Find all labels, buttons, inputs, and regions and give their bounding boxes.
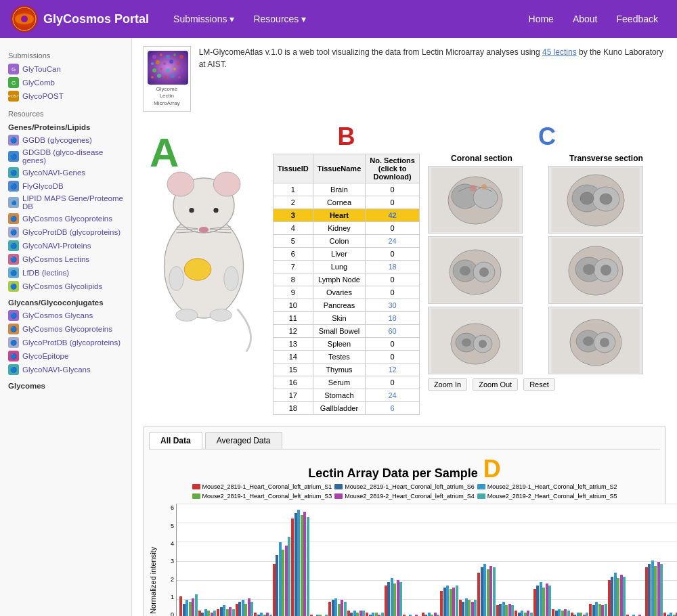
bar-group[interactable] <box>254 613 272 616</box>
tissue-name-cell: Lung <box>313 261 366 273</box>
ggdb-icon: 🔵 <box>8 135 19 146</box>
submissions-menu[interactable]: Submissions ▾ <box>165 8 242 30</box>
bar <box>608 580 611 616</box>
bar-group[interactable] <box>366 613 384 616</box>
home-link[interactable]: Home <box>521 8 562 30</box>
sidebar-item-flyglycodb[interactable]: 🔵 FlyGlycoDB <box>5 179 126 193</box>
resources-menu[interactable]: Resources ▾ <box>245 8 314 30</box>
tissue-sections-cell[interactable]: 12 <box>366 364 420 376</box>
bar <box>434 613 437 616</box>
coronal-header: Coronal section <box>451 154 512 163</box>
lipid-maps-icon: 🔵 <box>8 197 19 208</box>
sidebar-item-gdgdb[interactable]: 🔵 GDGDB (glyco-disease genes) <box>5 147 126 166</box>
bar-group[interactable] <box>198 609 217 616</box>
bar-group[interactable] <box>477 564 496 616</box>
tissue-sections-cell: 0 <box>366 338 420 351</box>
tissue-name-cell: Liver <box>313 248 366 261</box>
svg-point-9 <box>151 62 154 65</box>
chart-section: All Data Averaged Data Lectin Array Data… <box>143 426 666 616</box>
bar-group[interactable] <box>236 598 254 616</box>
svg-point-40 <box>169 267 184 291</box>
tissue-sections-cell[interactable]: 24 <box>366 389 420 402</box>
bar <box>276 555 278 616</box>
bar <box>465 598 468 616</box>
bar <box>533 589 536 616</box>
bar-group[interactable] <box>515 611 533 616</box>
tissue-name-cell: Skin <box>313 312 366 325</box>
svg-point-65 <box>600 265 611 276</box>
table-row: 10Pancreas30 <box>274 299 420 312</box>
svg-point-37 <box>176 309 198 322</box>
bar-group[interactable] <box>645 560 663 616</box>
bar-group[interactable] <box>179 594 198 616</box>
tissue-sections-cell[interactable]: 6 <box>366 402 420 415</box>
bar-group[interactable] <box>571 613 589 616</box>
svg-point-21 <box>165 76 167 79</box>
bar <box>372 613 374 616</box>
tissue-sections-cell[interactable]: 60 <box>366 325 420 338</box>
tissue-sections-cell[interactable]: 42 <box>366 209 420 222</box>
tissue-sections-cell[interactable]: 24 <box>366 235 420 248</box>
sidebar-item-lipid-maps[interactable]: 🔵 LIPID MAPS Gene/Proteome DB <box>5 193 126 212</box>
bar-group[interactable] <box>291 510 309 616</box>
about-link[interactable]: About <box>565 8 606 30</box>
bar-group[interactable] <box>440 586 458 616</box>
heart-coronal-mid[interactable] <box>428 236 523 304</box>
tab-averaged-data[interactable]: Averaged Data <box>205 432 282 449</box>
bar-group[interactable] <box>533 582 552 616</box>
bar-group[interactable] <box>663 613 677 616</box>
tissue-name-cell: Spleen <box>313 338 366 351</box>
sidebar-item-glycosmos-glycoproteins2[interactable]: 🔵 GlyCosmos Glycoproteins <box>5 322 126 336</box>
zoom-in-button[interactable]: Zoom In <box>428 378 467 391</box>
heart-coronal-bottom[interactable] <box>428 307 523 374</box>
bar-group[interactable] <box>328 598 347 616</box>
sidebar-item-glyconavi-proteins[interactable]: 🔵 GlycoNAVI-Proteins <box>5 239 126 252</box>
sidebar-item-glycoprotdb2[interactable]: 🔵 GlycoProtDB (glycoproteins) <box>5 336 126 349</box>
bar-group[interactable] <box>347 611 366 616</box>
bar-group[interactable] <box>217 605 235 616</box>
sidebar-item-glycosmos-glycolipids[interactable]: 🔵 GlyCosmos Glycolipids <box>5 280 126 293</box>
col-sections: No. Sections(click toDownload) <box>366 154 420 183</box>
sidebar-item-glyconavi-glycans[interactable]: 🔵 GlycoNAVI-Glycans <box>5 363 126 376</box>
reset-button[interactable]: Reset <box>523 378 555 391</box>
sidebar-item-glycopost[interactable]: POST GlycoPOST <box>5 89 126 103</box>
heart-transverse-mid[interactable] <box>548 236 643 304</box>
heart-transverse-bottom[interactable] <box>548 307 643 374</box>
sidebar-item-glyconavi-genes[interactable]: 🔵 GlycoNAVI-Genes <box>5 166 126 179</box>
legend-item: Mouse2_2819-2_Heart_Coronal_left_atrium_… <box>477 493 617 500</box>
lfdb-icon: 🔵 <box>8 267 19 278</box>
zoom-out-button[interactable]: Zoom Out <box>473 378 518 391</box>
tissue-sections-cell[interactable]: 18 <box>366 261 420 273</box>
sidebar-item-glytoucan[interactable]: G GlyTouCan <box>5 62 126 76</box>
tab-all-data[interactable]: All Data <box>149 432 202 449</box>
bar-group[interactable] <box>422 613 440 616</box>
bar <box>450 589 452 616</box>
tissue-id-cell: 6 <box>274 248 313 261</box>
sidebar-item-glycoepitope[interactable]: 🔵 GlycoEpitope <box>5 349 126 363</box>
svg-point-18 <box>179 68 183 72</box>
feedback-link[interactable]: Feedback <box>609 8 666 30</box>
heart-transverse-top[interactable] <box>548 166 643 234</box>
lectins-link[interactable]: 45 lectins <box>542 47 577 57</box>
sidebar-item-glycosmos-glycans[interactable]: 🔵 GlyCosmos Glycans <box>5 309 126 322</box>
svg-point-38 <box>210 309 232 322</box>
bar-group[interactable] <box>552 609 570 616</box>
bar-group[interactable] <box>385 578 403 616</box>
tissue-sections-cell: 0 <box>366 196 420 209</box>
bar-group[interactable] <box>589 602 607 616</box>
table-row: 3Heart42 <box>274 209 420 222</box>
bar-group[interactable] <box>459 598 477 616</box>
heart-coronal-top[interactable] <box>428 166 523 234</box>
tissue-sections-cell[interactable]: 30 <box>366 299 420 312</box>
sidebar-item-lfdb[interactable]: 🔵 LfDB (lectins) <box>5 266 126 280</box>
sidebar-item-glycomb[interactable]: G GlyComb <box>5 76 126 89</box>
sidebar-item-ggdb[interactable]: 🔵 GGDB (glycogenes) <box>5 133 126 147</box>
bar-group[interactable] <box>496 602 515 616</box>
bar <box>248 598 250 616</box>
sidebar-item-glycoprotdb[interactable]: 🔵 GlycoProtDB (glycoproteins) <box>5 225 126 239</box>
sidebar-item-glycosmos-glycoproteins[interactable]: 🔵 GlyCosmos Glycoproteins <box>5 212 126 225</box>
bar-group[interactable] <box>608 573 626 616</box>
sidebar-item-glycosmos-lectins[interactable]: 🔵 GlyCosmos Lectins <box>5 252 126 266</box>
tissue-sections-cell[interactable]: 18 <box>366 312 420 325</box>
bar-group[interactable] <box>273 537 291 616</box>
